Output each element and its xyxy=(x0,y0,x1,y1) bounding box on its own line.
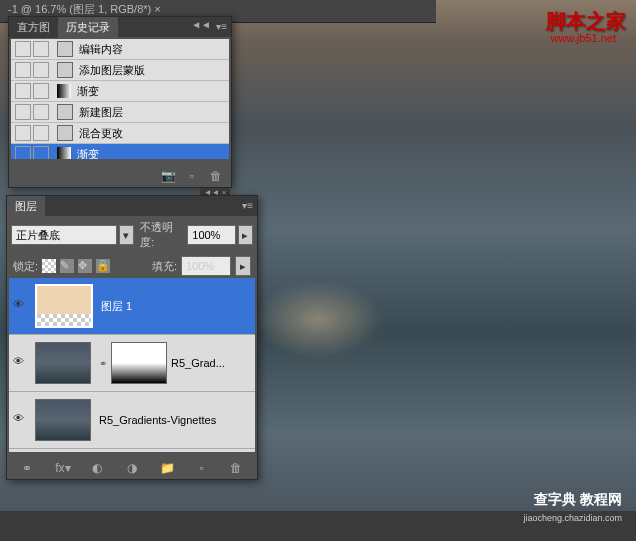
history-check[interactable] xyxy=(15,125,31,141)
visibility-icon[interactable] xyxy=(13,298,29,314)
fx-icon[interactable]: fx▾ xyxy=(55,461,69,475)
watermark-top-url: www.jb51.net xyxy=(551,32,616,44)
fill-input[interactable]: 100% xyxy=(181,256,231,276)
history-brush[interactable] xyxy=(33,125,49,141)
tab-history[interactable]: 历史记录 xyxy=(58,17,118,38)
panel-menu-icon[interactable]: ▾≡ xyxy=(216,21,227,32)
history-list: 编辑内容添加图层蒙版渐变新建图层混合更改渐变 xyxy=(11,39,229,159)
lock-position-icon[interactable]: ✥ xyxy=(78,259,92,273)
new-state-icon[interactable]: ▫ xyxy=(185,169,199,183)
layer-item[interactable]: ⚭R5_Grad... xyxy=(9,335,255,392)
mask-thumb[interactable] xyxy=(111,342,167,384)
opacity-arrow-icon[interactable]: ▸ xyxy=(238,225,253,245)
layer-thumb[interactable] xyxy=(35,284,93,328)
history-type-icon xyxy=(57,147,71,159)
blend-row: 正片叠底 ▾ 不透明度: 100% ▸ xyxy=(7,216,257,254)
blend-arrow-icon[interactable]: ▾ xyxy=(119,225,134,245)
history-label: 渐变 xyxy=(77,147,99,160)
fill-arrow-icon[interactable]: ▸ xyxy=(235,256,251,276)
history-label: 混合更改 xyxy=(79,126,123,141)
history-label: 渐变 xyxy=(77,84,99,99)
history-item[interactable]: 编辑内容 xyxy=(11,39,229,60)
link-layers-icon[interactable]: ⚭ xyxy=(20,461,34,475)
layers-panel: 图层 ▾≡ 正片叠底 ▾ 不透明度: 100% ▸ 锁定: ✎ ✥ 🔒 填充: … xyxy=(6,195,258,480)
history-check[interactable] xyxy=(15,104,31,120)
blend-mode-select[interactable]: 正片叠底 xyxy=(11,225,117,245)
watermark-bottom: 查字典 教程网 xyxy=(534,491,622,509)
visibility-icon[interactable] xyxy=(13,355,29,371)
history-type-icon xyxy=(57,84,71,98)
adjustment-icon[interactable]: ◑ xyxy=(125,461,139,475)
lock-row: 锁定: ✎ ✥ 🔒 填充: 100% ▸ xyxy=(7,254,257,278)
opacity-input[interactable]: 100% xyxy=(187,225,235,245)
history-type-icon xyxy=(57,104,73,120)
history-check[interactable] xyxy=(15,83,31,99)
history-item[interactable]: 添加图层蒙版 xyxy=(11,60,229,81)
watermark-top: 脚本之家 xyxy=(546,8,626,35)
lock-transparent-icon[interactable] xyxy=(42,259,56,273)
mask-icon[interactable]: ◐ xyxy=(90,461,104,475)
history-panel: 直方图 历史记录 ◄◄ ▾≡ 编辑内容添加图层蒙版渐变新建图层混合更改渐变 📷 … xyxy=(8,16,232,188)
history-brush[interactable] xyxy=(33,62,49,78)
link-mask-icon[interactable]: ⚭ xyxy=(99,358,109,369)
history-type-icon xyxy=(57,62,73,78)
layer-thumb[interactable] xyxy=(35,342,91,384)
layer-name[interactable]: R5_Grad... xyxy=(171,357,225,369)
trash-icon[interactable]: 🗑 xyxy=(209,169,223,183)
layers-menu-icon[interactable]: ▾≡ xyxy=(242,200,253,211)
watermark-bottom-url: jiaocheng.chazidian.com xyxy=(523,513,622,523)
new-layer-icon[interactable]: ▫ xyxy=(195,461,209,475)
tab-histogram[interactable]: 直方图 xyxy=(9,17,58,38)
history-check[interactable] xyxy=(15,41,31,57)
layer-thumb[interactable] xyxy=(35,399,91,441)
history-check[interactable] xyxy=(15,62,31,78)
history-brush[interactable] xyxy=(33,41,49,57)
lock-label: 锁定: xyxy=(13,259,38,274)
history-item[interactable]: 混合更改 xyxy=(11,123,229,144)
history-label: 新建图层 xyxy=(79,105,123,120)
visibility-icon[interactable] xyxy=(13,412,29,428)
history-brush[interactable] xyxy=(33,104,49,120)
layer-item[interactable]: R5_Gradients-Vignettes xyxy=(9,392,255,449)
history-footer: 📷 ▫ 🗑 xyxy=(9,165,231,187)
history-label: 编辑内容 xyxy=(79,42,123,57)
lock-all-icon[interactable]: 🔒 xyxy=(96,259,110,273)
history-type-icon xyxy=(57,125,73,141)
history-label: 添加图层蒙版 xyxy=(79,63,145,78)
history-item[interactable]: 渐变 xyxy=(11,144,229,159)
layers-footer: ⚭ fx▾ ◐ ◑ 📁 ▫ 🗑 xyxy=(7,457,257,479)
opacity-label: 不透明度: xyxy=(140,220,185,250)
layer-item[interactable]: 图层 1 xyxy=(9,278,255,335)
fill-label: 填充: xyxy=(152,259,177,274)
layer-list: 图层 1⚭R5_Grad...R5_Gradients-Vignettes xyxy=(9,278,255,452)
history-item[interactable]: 新建图层 xyxy=(11,102,229,123)
history-tabs: 直方图 历史记录 ◄◄ ▾≡ xyxy=(9,17,231,37)
history-item[interactable]: 渐变 xyxy=(11,81,229,102)
snapshot-icon[interactable]: 📷 xyxy=(161,169,175,183)
tab-layers[interactable]: 图层 xyxy=(7,196,45,217)
history-check[interactable] xyxy=(15,146,31,159)
history-brush[interactable] xyxy=(33,83,49,99)
panel-collapse-icon[interactable]: ◄◄ xyxy=(191,19,211,30)
delete-layer-icon[interactable]: 🗑 xyxy=(229,461,243,475)
layers-tabs: 图层 ▾≡ xyxy=(7,196,257,216)
layer-name[interactable]: R5_Gradients-Vignettes xyxy=(99,414,216,426)
history-type-icon xyxy=(57,41,73,57)
group-icon[interactable]: 📁 xyxy=(160,461,174,475)
lock-pixels-icon[interactable]: ✎ xyxy=(60,259,74,273)
history-brush[interactable] xyxy=(33,146,49,159)
layer-name[interactable]: 图层 1 xyxy=(101,299,132,314)
